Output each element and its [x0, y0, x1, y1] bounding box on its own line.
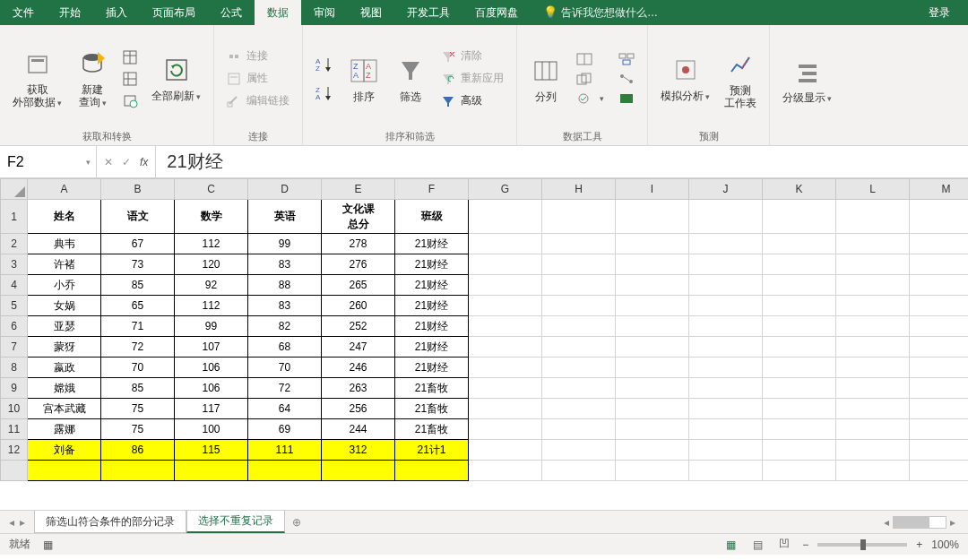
zoom-level[interactable]: 100% [931, 538, 959, 551]
cell[interactable] [616, 275, 689, 296]
reapply-button[interactable]: 重新应用 [436, 69, 509, 88]
cell[interactable] [542, 200, 616, 234]
cell[interactable]: 21财经 [395, 358, 469, 378]
forecast-sheet-button[interactable]: 预测 工作表 [719, 48, 762, 109]
pagebreak-view-button[interactable]: 凹 [775, 537, 793, 552]
cell[interactable]: 278 [322, 234, 395, 254]
cell[interactable] [616, 254, 689, 275]
cell[interactable] [469, 419, 542, 440]
normal-view-button[interactable]: ▦ [722, 538, 739, 551]
cell[interactable] [542, 461, 616, 481]
cell[interactable] [763, 254, 836, 275]
refresh-all-button[interactable]: 全部刷新▾ [146, 54, 206, 103]
cell[interactable]: 21财经 [395, 254, 469, 275]
cell[interactable]: 亚瑟 [28, 316, 101, 337]
column-header[interactable]: K [763, 179, 836, 200]
cell[interactable] [763, 200, 836, 234]
cell[interactable] [836, 461, 910, 481]
cell[interactable] [101, 461, 175, 481]
cell[interactable]: 112 [175, 234, 248, 254]
cell[interactable] [469, 337, 542, 358]
cell[interactable]: 小乔 [28, 275, 101, 296]
cell[interactable] [836, 200, 910, 234]
cell[interactable]: 265 [322, 275, 395, 296]
cell[interactable]: 92 [175, 275, 248, 296]
cell[interactable]: 260 [322, 296, 395, 316]
cell[interactable] [248, 461, 322, 481]
cell[interactable] [689, 419, 763, 440]
recent-sources-button[interactable] [117, 91, 143, 109]
cell[interactable]: 120 [175, 254, 248, 275]
cell[interactable] [469, 440, 542, 461]
cell[interactable] [616, 358, 689, 378]
row-header[interactable]: 10 [1, 399, 28, 419]
cell[interactable] [836, 419, 910, 440]
cell[interactable]: 256 [322, 399, 395, 419]
cell[interactable]: 21财经 [395, 275, 469, 296]
cell[interactable] [542, 358, 616, 378]
cell[interactable] [763, 316, 836, 337]
show-queries-button[interactable] [117, 48, 143, 66]
cell[interactable]: 露娜 [28, 419, 101, 440]
sort-asc-button[interactable]: AZ [310, 55, 339, 74]
cell[interactable] [469, 461, 542, 481]
column-header[interactable]: L [836, 179, 910, 200]
macro-record-icon[interactable]: ▦ [43, 538, 53, 551]
row-header[interactable]: 2 [1, 234, 28, 254]
cell[interactable]: 69 [248, 419, 322, 440]
cell[interactable] [836, 234, 910, 254]
row-header[interactable]: 1 [1, 200, 28, 234]
pagelayout-view-button[interactable]: ▤ [748, 538, 766, 551]
cell[interactable]: 21畜牧 [395, 399, 469, 419]
cell[interactable]: 88 [248, 275, 322, 296]
cell[interactable] [763, 399, 836, 419]
cell[interactable] [469, 316, 542, 337]
cell[interactable] [469, 399, 542, 419]
cell[interactable]: 21财经 [395, 296, 469, 316]
properties-button[interactable]: 属性 [221, 69, 295, 88]
cell[interactable] [469, 275, 542, 296]
cell[interactable] [616, 399, 689, 419]
zoom-out-button[interactable]: − [802, 538, 808, 551]
tab-nav-first-icon[interactable]: ◂ [9, 516, 14, 529]
cell[interactable]: 72 [248, 378, 322, 399]
cell[interactable]: 21畜牧 [395, 378, 469, 399]
cell[interactable] [616, 234, 689, 254]
row-header[interactable]: 7 [1, 337, 28, 358]
cell[interactable] [910, 316, 969, 337]
tell-me[interactable]: 💡告诉我您想做什么… [531, 0, 670, 25]
column-header[interactable]: I [616, 179, 689, 200]
cell[interactable] [763, 296, 836, 316]
cell[interactable] [836, 358, 910, 378]
cell[interactable] [910, 234, 969, 254]
cell[interactable] [689, 275, 763, 296]
cell[interactable] [763, 419, 836, 440]
name-box[interactable]: F2▾ [0, 146, 97, 178]
cell[interactable] [763, 275, 836, 296]
zoom-slider[interactable] [817, 543, 907, 547]
cell[interactable] [469, 296, 542, 316]
row-header[interactable] [1, 461, 28, 481]
cell[interactable]: 106 [175, 358, 248, 378]
select-all-corner[interactable] [1, 179, 28, 200]
cell[interactable] [910, 378, 969, 399]
cell[interactable]: 宫本武藏 [28, 399, 101, 419]
cell[interactable]: 21财经 [395, 337, 469, 358]
from-table-button[interactable] [117, 70, 143, 88]
cell[interactable]: 107 [175, 337, 248, 358]
cell[interactable] [763, 337, 836, 358]
cell[interactable] [836, 296, 910, 316]
row-header[interactable]: 5 [1, 296, 28, 316]
row-header[interactable]: 9 [1, 378, 28, 399]
cell[interactable]: 72 [101, 337, 175, 358]
cell[interactable]: 刘备 [28, 440, 101, 461]
cell[interactable] [836, 399, 910, 419]
fx-icon[interactable]: fx [140, 156, 148, 168]
cell[interactable]: 嫦娥 [28, 378, 101, 399]
sort-desc-button[interactable]: ZA [310, 83, 339, 103]
column-header[interactable]: M [910, 179, 969, 200]
cell[interactable]: 99 [248, 234, 322, 254]
cell[interactable] [689, 234, 763, 254]
cell[interactable]: 82 [248, 316, 322, 337]
horizontal-scrollbar[interactable]: ◂▸ [308, 511, 968, 533]
